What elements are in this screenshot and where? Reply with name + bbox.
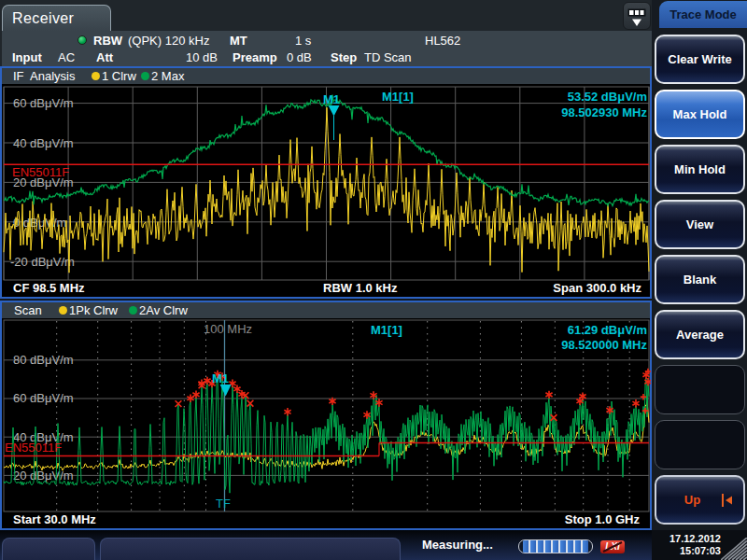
svg-text:M1[1]: M1[1] bbox=[371, 323, 402, 337]
svg-text:60 dBμV/m: 60 dBμV/m bbox=[13, 391, 74, 405]
svg-text:53.52 dBμV/m: 53.52 dBμV/m bbox=[568, 90, 647, 104]
svg-text:61.29 dBμV/m: 61.29 dBμV/m bbox=[568, 323, 647, 337]
svg-text:80 dBμV/m: 80 dBμV/m bbox=[13, 353, 74, 367]
svg-text:-20 dBμV/m: -20 dBμV/m bbox=[10, 255, 75, 269]
svg-text:60 dBμV/m: 60 dBμV/m bbox=[13, 96, 74, 110]
svg-text:EN55011F: EN55011F bbox=[5, 441, 62, 455]
svg-text:M1[1]: M1[1] bbox=[382, 90, 414, 104]
svg-text:98.502930 MHz: 98.502930 MHz bbox=[561, 105, 647, 119]
svg-text:M1: M1 bbox=[212, 371, 229, 385]
svg-text:M1: M1 bbox=[323, 92, 340, 106]
svg-text:TF: TF bbox=[216, 497, 231, 511]
svg-text:40 dBμV/m: 40 dBμV/m bbox=[13, 136, 74, 150]
svg-text:98.520000 MHz: 98.520000 MHz bbox=[561, 338, 647, 352]
svg-text:EN55011F: EN55011F bbox=[12, 165, 69, 179]
svg-text:100 MHz: 100 MHz bbox=[204, 322, 252, 336]
